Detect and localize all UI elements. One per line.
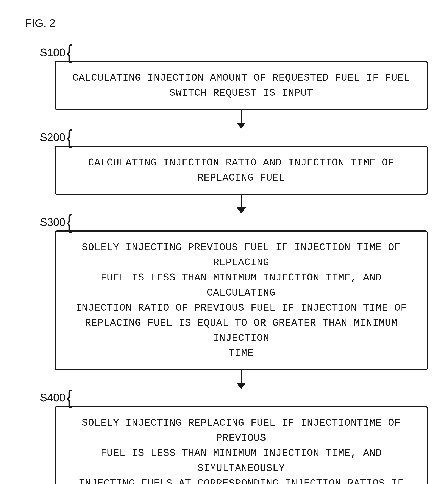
step-s400-label: S400{ bbox=[40, 391, 72, 404]
step-s200-container: S200{ CALCULATING INJECTION RATIO AND IN… bbox=[38, 131, 423, 195]
step-s400-container: S400{ SOLELY INJECTING REPLACING FUEL IF… bbox=[38, 391, 423, 484]
step-s400-box: SOLELY INJECTING REPLACING FUEL IF INJEC… bbox=[55, 406, 428, 484]
step-s300-box: SOLELY INJECTING PREVIOUS FUEL IF INJECT… bbox=[55, 230, 428, 370]
figure-label: FIG. 2 bbox=[25, 17, 423, 29]
page: FIG. 2 S100{ CALCULATING INJECTION AMOUN… bbox=[0, 0, 448, 484]
step-s300-container: S300{ SOLELY INJECTING PREVIOUS FUEL IF … bbox=[38, 216, 423, 370]
step-s300-label: S300{ bbox=[40, 216, 72, 228]
arrow-s200-s300 bbox=[55, 195, 428, 216]
step-s100-box: CALCULATING INJECTION AMOUNT OF REQUESTE… bbox=[55, 61, 428, 110]
step-s100-container: S100{ CALCULATING INJECTION AMOUNT OF RE… bbox=[38, 46, 423, 110]
arrow-s100-s200 bbox=[55, 110, 428, 131]
step-s100-label: S100{ bbox=[40, 46, 72, 59]
step-s200-label: S200{ bbox=[40, 131, 72, 144]
step-s200-box: CALCULATING INJECTION RATIO AND INJECTIO… bbox=[55, 146, 428, 195]
flowchart: S100{ CALCULATING INJECTION AMOUNT OF RE… bbox=[25, 46, 423, 484]
arrow-s300-s400 bbox=[55, 370, 428, 391]
